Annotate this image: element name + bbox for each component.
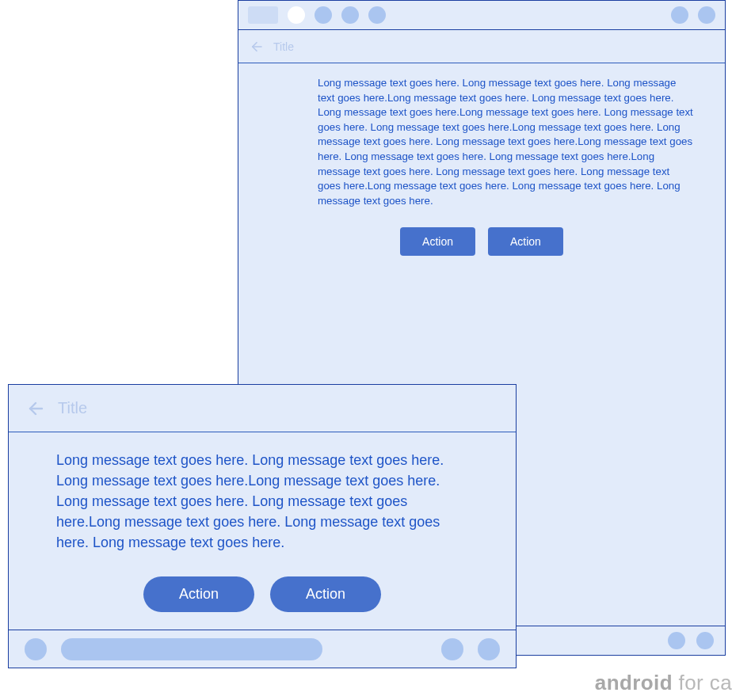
watermark-bold: android [595,671,673,694]
statusbar-circle-icon [368,6,386,24]
phone-action-button-1[interactable]: Action [143,576,254,612]
phone-message-text: Long message text goes here. Long messag… [9,432,516,557]
nav-circle-icon [441,638,463,660]
statusbar-circle-icon [671,6,688,24]
tablet-status-bar [238,0,726,30]
nav-circle-icon [668,632,685,649]
nav-pill-icon [61,638,322,660]
watermark-rest: for ca [673,671,732,694]
phone-title: Title [58,399,87,417]
tablet-action-button-2[interactable]: Action [488,227,563,256]
nav-circle-icon [478,638,500,660]
watermark-text: android for ca [595,671,732,695]
statusbar-circle-icon [288,6,305,24]
phone-nav-bar [9,630,516,668]
statusbar-circle-icon [315,6,332,24]
statusbar-rect-icon [248,6,278,24]
phone-button-row: Action Action [9,576,516,612]
back-arrow-icon[interactable] [26,399,45,418]
tablet-button-row: Action Action [238,227,725,256]
nav-circle-icon [696,632,714,649]
tablet-title: Title [273,40,294,53]
tablet-header: Title [238,30,725,63]
phone-header: Title [9,385,516,432]
phone-wireframe: Title Long message text goes here. Long … [8,384,517,668]
back-arrow-icon[interactable] [250,40,264,54]
statusbar-circle-icon [698,6,715,24]
phone-action-button-2[interactable]: Action [270,576,381,612]
tablet-message-text: Long message text goes here. Long messag… [238,63,725,215]
statusbar-circle-icon [341,6,359,24]
nav-circle-icon [25,638,47,660]
tablet-action-button-1[interactable]: Action [400,227,475,256]
